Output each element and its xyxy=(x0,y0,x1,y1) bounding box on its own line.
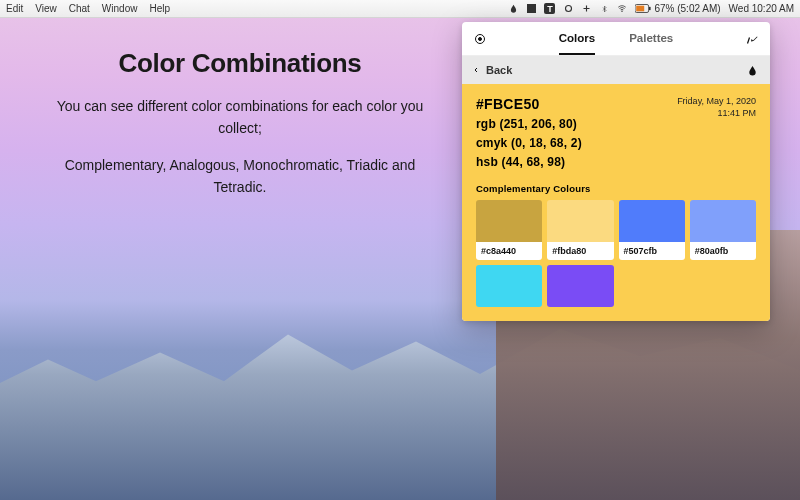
color-hsb[interactable]: hsb (44, 68, 98) xyxy=(476,155,756,169)
text-icon[interactable]: T xyxy=(544,3,555,14)
bluetooth-icon[interactable] xyxy=(599,4,609,14)
back-button[interactable]: Back xyxy=(472,64,512,76)
color-time: 11:41 PM xyxy=(677,108,756,120)
chevron-left-icon xyxy=(472,65,480,75)
promo-text: Color Combinations You can see different… xyxy=(40,48,440,213)
swatch-5[interactable] xyxy=(547,265,613,307)
promo-title: Color Combinations xyxy=(40,48,440,79)
back-label: Back xyxy=(486,64,512,76)
wifi-icon[interactable] xyxy=(617,4,627,14)
swatch-chip xyxy=(547,265,613,307)
svg-point-1 xyxy=(565,6,571,12)
promo-line1: You can see different color combinations… xyxy=(40,95,440,140)
color-panel: Colors Palettes Back Friday, May 1, 2020… xyxy=(462,22,770,321)
swatch-chip xyxy=(547,200,613,242)
swatch-chip xyxy=(476,265,542,307)
color-detail-card: Friday, May 1, 2020 11:41 PM #FBCE50 rgb… xyxy=(462,84,770,321)
menu-chat[interactable]: Chat xyxy=(69,3,90,14)
battery-status[interactable]: 67% (5:02 AM) xyxy=(635,3,720,14)
svg-rect-5 xyxy=(649,7,651,10)
menu-window[interactable]: Window xyxy=(102,3,138,14)
swatch-4[interactable] xyxy=(476,265,542,307)
swatch-3[interactable]: #80a0fb xyxy=(690,200,756,260)
swatch-0[interactable]: #c8a440 xyxy=(476,200,542,260)
battery-icon xyxy=(635,4,651,13)
plus-icon[interactable] xyxy=(581,4,591,14)
swatch-hex: #fbda80 xyxy=(547,242,613,260)
swatch-hex: #507cfb xyxy=(619,242,685,260)
battery-text: 67% (5:02 AM) xyxy=(654,3,720,14)
macos-menubar: Edit View Chat Window Help T 67% (5:02 A… xyxy=(0,0,800,18)
menu-help[interactable]: Help xyxy=(149,3,170,14)
color-cmyk[interactable]: cmyk (0, 18, 68, 2) xyxy=(476,136,756,150)
svg-rect-4 xyxy=(637,6,645,12)
svg-point-2 xyxy=(622,11,623,12)
swatch-chip xyxy=(619,200,685,242)
promo-line2: Complementary, Analogous, Monochromatic,… xyxy=(40,154,440,199)
swatch-chip xyxy=(690,200,756,242)
svg-point-7 xyxy=(479,37,482,40)
droplet-icon[interactable] xyxy=(508,4,518,14)
menu-view[interactable]: View xyxy=(35,3,57,14)
tab-palettes[interactable]: Palettes xyxy=(629,23,673,55)
panel-toolbar: Colors Palettes xyxy=(462,22,770,56)
settings-icon[interactable] xyxy=(744,31,760,47)
swatch-hex: #c8a440 xyxy=(476,242,542,260)
color-date: Friday, May 1, 2020 xyxy=(677,96,756,108)
svg-rect-0 xyxy=(527,4,536,13)
droplet-icon[interactable] xyxy=(744,62,760,78)
swatch-1[interactable]: #fbda80 xyxy=(547,200,613,260)
record-icon[interactable] xyxy=(472,31,488,47)
complementary-label: Complementary Colours xyxy=(476,183,756,194)
tab-colors[interactable]: Colors xyxy=(559,23,595,55)
swatch-hex: #80a0fb xyxy=(690,242,756,260)
swatch-grid: #c8a440 #fbda80 #507cfb #80a0fb xyxy=(476,200,756,307)
panel-breadcrumb: Back xyxy=(462,56,770,84)
menu-edit[interactable]: Edit xyxy=(6,3,23,14)
status-square-icon[interactable] xyxy=(526,4,536,14)
swatch-2[interactable]: #507cfb xyxy=(619,200,685,260)
swatch-chip xyxy=(476,200,542,242)
color-timestamp: Friday, May 1, 2020 11:41 PM xyxy=(677,96,756,119)
menubar-clock[interactable]: Wed 10:20 AM xyxy=(729,3,794,14)
sync-icon[interactable] xyxy=(563,4,573,14)
